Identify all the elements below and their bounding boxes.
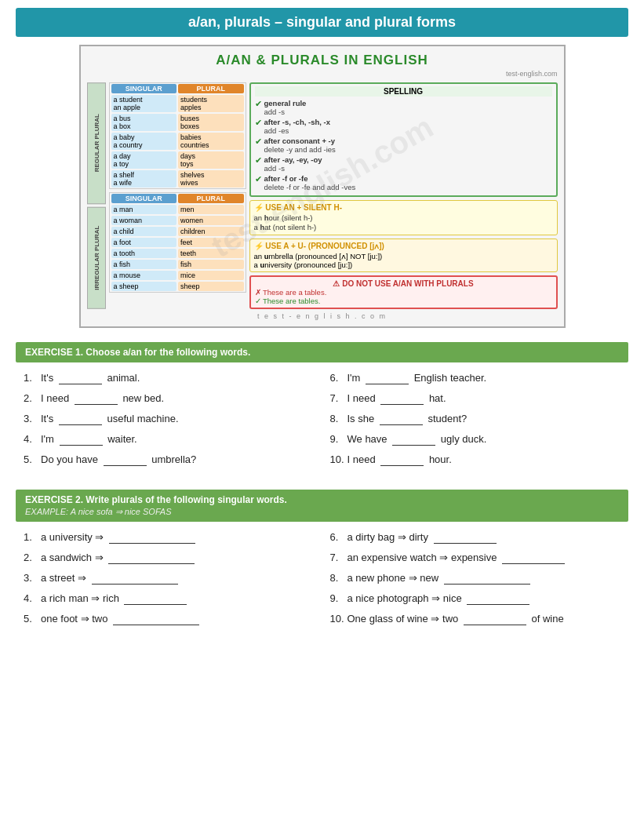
list-item: 5. Do you have umbrella? <box>24 453 315 466</box>
spelling-rule-2: ✔ after -s, -ch, -sh, -xadd -es <box>255 118 552 135</box>
exercise1-columns: 1. It's animal. 2. I need new bed. 3. It… <box>24 372 620 474</box>
item-text: I'm waiter. <box>41 433 137 446</box>
spelling-title: SPELLING <box>255 86 552 97</box>
a-u-ex2: a university (pronounced [ju:]) <box>254 260 553 269</box>
no-aan-box: ⚠ DO NOT USE A/AN WITH PLURALS ✗ These a… <box>249 275 558 309</box>
blank-field[interactable] <box>60 433 103 446</box>
reg-row-2-plural: busesboxes <box>178 114 244 131</box>
irregular-table: SINGULAR PLURAL a man men a woman women … <box>109 192 246 293</box>
reg-row-5-singular: a shelfa wife <box>111 170 177 188</box>
blank-field[interactable] <box>392 433 435 446</box>
regular-plural-label: REGULAR PLURAL <box>87 82 106 204</box>
no-aan-wrong: ✗ These are a tables. <box>255 288 552 297</box>
list-item: 7. an expensive watch ⇒ expensive <box>330 552 621 564</box>
list-item: 9. We have ugly duck. <box>330 433 621 446</box>
list-item: 6. a dirty bag ⇒ dirty <box>330 531 621 544</box>
irreg-row-1-singular: a man <box>111 205 177 214</box>
blank-field[interactable] <box>380 413 423 425</box>
check-icon-1: ✔ <box>255 99 262 109</box>
list-item: 3. It's useful machine. <box>24 413 315 425</box>
item-number: 9. <box>330 592 347 604</box>
list-item: 2. a sandwich ⇒ <box>24 552 315 564</box>
exercise2-right-col: 6. a dirty bag ⇒ dirty 7. an expensive w… <box>330 531 621 633</box>
blank-field[interactable] <box>92 572 178 585</box>
page-title: a/an, plurals – singular and plural form… <box>16 8 628 37</box>
item-text: I'm English teacher. <box>347 372 487 384</box>
irregular-plural-label: IRREGULAR PLURAL <box>87 207 106 309</box>
grammar-chart: test-english.com A/AN & PLURALS IN ENGLI… <box>79 45 566 328</box>
item-text: a street ⇒ <box>41 572 180 585</box>
irreg-row-7-singular: a mouse <box>111 271 177 280</box>
a-u-title: ⚡ USE A + U- (PRONOUNCED [jʌ]) <box>254 242 553 250</box>
irreg-row-6-plural: fish <box>178 260 244 269</box>
item-number: 6. <box>330 372 347 384</box>
irreg-row-5-plural: teeth <box>178 249 244 258</box>
blank-field[interactable] <box>75 392 118 405</box>
exercise2-example: EXAMPLE: A nice sofa ⇒ nice SOFAS <box>25 507 619 517</box>
reg-row-4-plural: daystoys <box>178 151 244 169</box>
blank-field[interactable] <box>502 552 565 564</box>
item-text: Is she student? <box>347 413 468 425</box>
list-item: 2. I need new bed. <box>24 392 315 405</box>
list-item: 10. One glass of wine ⇒ two of wine <box>330 613 621 625</box>
item-text: a rich man ⇒ rich <box>41 592 189 605</box>
blank-field[interactable] <box>59 372 102 384</box>
blank-field[interactable] <box>124 592 187 605</box>
irreg-row-1-plural: men <box>178 205 244 214</box>
irreg-row-2-singular: a woman <box>111 216 177 225</box>
reg-row-2-singular: a busa box <box>111 114 177 131</box>
item-number: 5. <box>24 613 41 625</box>
spelling-box: SPELLING ✔ general ruleadd -s ✔ after -s… <box>249 82 558 197</box>
irreg-row-8-singular: a sheep <box>111 282 177 291</box>
item-number: 3. <box>24 572 41 584</box>
item-number: 2. <box>24 552 41 563</box>
spelling-rule-5: ✔ after -f or -fedelete -f or -fe and ad… <box>255 174 552 191</box>
irreg-row-5-singular: a tooth <box>111 249 177 258</box>
item-text: One glass of wine ⇒ two of wine <box>347 613 564 625</box>
list-item: 1. It's animal. <box>24 372 315 384</box>
blank-field[interactable] <box>380 392 424 405</box>
blank-field[interactable] <box>366 372 409 384</box>
item-text: a dirty bag ⇒ dirty <box>347 531 499 544</box>
irreg-plural-header: PLURAL <box>178 194 244 203</box>
blank-field[interactable] <box>109 531 195 544</box>
item-text: a sandwich ⇒ <box>41 552 197 564</box>
blank-field[interactable] <box>434 531 497 544</box>
item-text: It's animal. <box>41 372 140 384</box>
list-item: 10. I need hour. <box>330 453 621 466</box>
exercise2-columns: 1. a university ⇒ 2. a sandwich ⇒ 3. a s… <box>24 531 620 633</box>
chart-grid: REGULAR PLURAL IRREGULAR PLURAL SINGULAR… <box>87 82 558 309</box>
item-text: one foot ⇒ two <box>41 613 202 625</box>
list-item: 5. one foot ⇒ two <box>24 613 315 625</box>
blank-field[interactable] <box>59 413 102 425</box>
blank-field[interactable] <box>108 552 195 564</box>
irreg-row-8-plural: sheep <box>178 282 244 291</box>
blank-field[interactable] <box>113 613 199 625</box>
exercise1-content: 1. It's animal. 2. I need new bed. 3. It… <box>16 372 628 474</box>
spelling-rule-1: ✔ general ruleadd -s <box>255 99 552 116</box>
section-labels: REGULAR PLURAL IRREGULAR PLURAL <box>87 82 106 309</box>
irreg-row-7-plural: mice <box>178 271 244 280</box>
list-item: 8. Is she student? <box>330 413 621 425</box>
item-number: 2. <box>24 392 41 404</box>
item-number: 1. <box>24 372 41 384</box>
a-u-box: ⚡ USE A + U- (PRONOUNCED [jʌ]) an umbrel… <box>249 239 558 272</box>
item-number: 10. <box>330 453 347 465</box>
an-silent-h-box: ⚡ USE AN + SILENT H- an hour (silent h-)… <box>249 200 558 235</box>
tables-section: SINGULAR PLURAL a studentan apple studen… <box>109 82 246 309</box>
blank-field[interactable] <box>444 572 530 585</box>
regular-table: SINGULAR PLURAL a studentan apple studen… <box>109 82 246 189</box>
no-aan-title: ⚠ DO NOT USE A/AN WITH PLURALS <box>255 279 552 288</box>
item-text: a nice photograph ⇒ nice <box>347 592 533 605</box>
blank-field[interactable] <box>464 613 526 625</box>
reg-row-3-singular: a babya country <box>111 133 177 150</box>
list-item: 1. a university ⇒ <box>24 531 315 544</box>
list-item: 6. I'm English teacher. <box>330 372 621 384</box>
blank-field[interactable] <box>380 453 424 466</box>
blank-field[interactable] <box>467 592 529 605</box>
item-number: 7. <box>330 392 347 404</box>
list-item: 4. a rich man ⇒ rich <box>24 592 315 605</box>
exercise1-header: EXERCISE 1. Choose a/an for the followin… <box>16 342 628 362</box>
check-icon-2: ✔ <box>255 118 262 128</box>
blank-field[interactable] <box>104 453 147 466</box>
